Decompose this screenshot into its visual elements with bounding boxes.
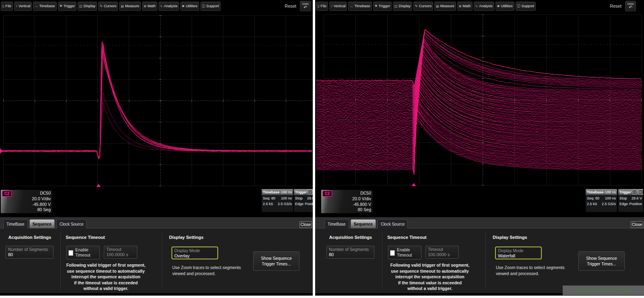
menu-support[interactable]: ⓘSupport xyxy=(200,2,221,11)
menu-math[interactable]: ⊞Math xyxy=(457,2,473,11)
timebase-descriptor[interactable]: Timebase-188 ns Seq: 80100 ns 2.5 kS2.5 … xyxy=(586,189,617,212)
reset-button[interactable]: Reset xyxy=(285,4,299,8)
tab-sequence[interactable]: Sequence xyxy=(351,219,376,228)
number-of-segments-field[interactable]: Number of Segments 80 xyxy=(326,246,374,259)
sequence-timeout-description: Following valid trigger of first segment… xyxy=(380,262,480,292)
vertical-icon: ↕ xyxy=(331,4,332,8)
tab-clock-source[interactable]: Clock Source xyxy=(378,219,408,228)
math-icon: ⊞ xyxy=(144,4,147,8)
utilities-icon: ✖ xyxy=(182,4,185,8)
channel-segments: 80 Seg xyxy=(352,207,371,213)
channel-offset: -45.800 V xyxy=(352,202,371,208)
menu-math[interactable]: ⊞Math xyxy=(142,2,157,11)
channel-offset: -45.800 V xyxy=(32,202,51,208)
channel-badge: C2 xyxy=(2,191,12,197)
dialog-tabbar: TimeBase Sequence Clock Source Close xyxy=(0,217,313,228)
menu-measure[interactable]: ▤Measure xyxy=(434,2,456,11)
acquisition-settings-heading: Acquisition Settings xyxy=(322,235,379,240)
timebase-icon: ↔ xyxy=(350,4,353,8)
channel-scale: 20.0 V/div xyxy=(32,196,51,202)
menu-trigger[interactable]: ⚑Trigger xyxy=(58,2,76,11)
display-settings-heading: Display Settings xyxy=(493,235,527,240)
display-mode-select[interactable]: Display Mode Overlay xyxy=(171,247,218,259)
waveform-display-waterfall[interactable] xyxy=(315,12,644,189)
sequence-timeout-description: Following valid trigger of first segment… xyxy=(56,262,156,292)
menu-analysis[interactable]: ∿Analysis xyxy=(159,2,179,11)
menu-measure[interactable]: ▤Measure xyxy=(119,2,141,11)
menu-timebase[interactable]: ↔Timebase xyxy=(348,2,372,11)
tab-timebase[interactable]: TimeBase xyxy=(324,219,349,228)
timeout-field[interactable]: Timeout 100.0000 s xyxy=(425,246,459,259)
analysis-icon: ∿ xyxy=(160,4,163,8)
menu-display[interactable]: ◫Display xyxy=(78,2,97,11)
trigger-icon: ⚑ xyxy=(60,4,62,8)
menu-file[interactable]: ▯File xyxy=(1,2,13,11)
enable-timeout-checkbox[interactable]: EnableTimeout xyxy=(66,246,100,259)
show-sequence-trigger-times-button[interactable]: Show Sequence Trigger Times... xyxy=(578,251,625,271)
sequence-timeout-heading: Sequence Timeout xyxy=(55,235,116,240)
sequence-timeout-heading: Sequence Timeout xyxy=(377,235,437,240)
undo-button[interactable]: Undo↶ xyxy=(300,1,311,11)
channel-segments: 80 Seg xyxy=(32,207,51,213)
display-icon: ◫ xyxy=(394,4,398,8)
waveform-display-overlay[interactable] xyxy=(0,12,313,189)
panel-divider xyxy=(313,0,315,298)
undo-button[interactable]: Undo↶ xyxy=(625,1,636,11)
menu-timebase[interactable]: ↔Timebase xyxy=(33,2,56,11)
number-of-segments-field[interactable]: Number of Segments 80 xyxy=(6,246,54,259)
trigger-icon: ⚑ xyxy=(375,4,378,8)
close-button[interactable]: Close xyxy=(299,221,312,228)
section-divider xyxy=(162,232,162,290)
undo-icon: ↶ xyxy=(629,5,632,10)
file-icon: ▯ xyxy=(2,4,4,8)
cursors-icon: ✎ xyxy=(100,4,103,8)
channel-descriptor[interactable]: C2 DC50 20.0 V/div -45.800 V 80 Seg xyxy=(1,190,52,213)
channel-descriptor[interactable]: C2 DC50 20.0 V/div -45.800 V 80 Seg xyxy=(321,190,373,213)
section-divider xyxy=(485,232,486,290)
sequence-dialog: TimeBase Sequence Clock Source Close Acq… xyxy=(0,217,313,293)
menu-utilities[interactable]: ✖Utilities xyxy=(495,2,514,11)
tab-clock-source[interactable]: Clock Source xyxy=(56,219,87,228)
menu-cursors[interactable]: ✎Cursors xyxy=(413,2,433,11)
channel-coupling: DC50 xyxy=(32,191,51,196)
timebase-descriptor[interactable]: Timebase-188 ns Seq: 80100 ns 2.5 kS2.5 … xyxy=(262,189,293,212)
tab-timebase[interactable]: TimeBase xyxy=(3,219,28,228)
menu-bar: ▯File ↕Vertical ↔Timebase ⚑Trigger ◫Disp… xyxy=(0,0,313,12)
menu-cursors[interactable]: ✎Cursors xyxy=(98,2,118,11)
zoom-traces-note: Use Zoom traces to select segments viewe… xyxy=(496,265,564,277)
checkbox[interactable] xyxy=(68,250,73,256)
menu-utilities[interactable]: ✖Utilities xyxy=(180,2,199,11)
undo-icon: ↶ xyxy=(303,5,307,10)
file-icon: ▯ xyxy=(318,4,319,8)
checkbox[interactable] xyxy=(390,250,395,256)
menu-vertical[interactable]: ↕Vertical xyxy=(14,2,32,11)
dialog-tabbar: TimeBase Sequence Clock Source Close xyxy=(315,217,644,228)
vertical-icon: ↕ xyxy=(16,4,17,8)
reset-button[interactable]: Reset xyxy=(610,4,624,8)
menu-vertical[interactable]: ↕Vertical xyxy=(329,2,347,11)
close-button[interactable]: Close xyxy=(631,221,643,228)
analysis-icon: ∿ xyxy=(475,4,478,8)
menu-support[interactable]: ⓘSupport xyxy=(516,2,536,11)
support-icon: ⓘ xyxy=(517,4,520,8)
taskbar xyxy=(0,296,644,298)
menu-bar: ▯File ↕Vertical ↔Timebase ⚑Trigger ◫Disp… xyxy=(315,0,644,12)
menu-trigger[interactable]: ⚑Trigger xyxy=(373,2,392,11)
scope-panel-waterfall: ▯File ↕Vertical ↔Timebase ⚑Trigger ◫Disp… xyxy=(315,0,644,298)
tab-sequence[interactable]: Sequence xyxy=(29,219,55,228)
menu-file[interactable]: ▯File xyxy=(316,2,328,11)
menu-display[interactable]: ◫Display xyxy=(393,2,412,11)
timeout-field[interactable]: Timeout 100.0000 s xyxy=(104,246,137,259)
measure-icon: ▤ xyxy=(121,4,124,8)
enable-timeout-checkbox[interactable]: EnableTimeout xyxy=(388,246,421,259)
display-settings-heading: Display Settings xyxy=(169,235,204,240)
show-sequence-trigger-times-button[interactable]: Show Sequence Trigger Times... xyxy=(253,251,299,271)
trigger-descriptor[interactable]: TriggerC2DC Stop29.6 V EdgePositive xyxy=(618,189,643,212)
menu-analysis[interactable]: ∿Analysis xyxy=(474,2,494,11)
support-icon: ⓘ xyxy=(202,4,205,8)
display-mode-select[interactable]: Display Mode Waterfall xyxy=(495,247,542,259)
trigger-descriptor[interactable]: TriggerC2DC Stop29.6 V EdgePositive xyxy=(294,189,313,212)
channel-badge: C2 xyxy=(322,191,332,197)
cursors-icon: ✎ xyxy=(415,4,418,8)
sequence-dialog: TimeBase Sequence Clock Source Close Acq… xyxy=(315,217,644,293)
